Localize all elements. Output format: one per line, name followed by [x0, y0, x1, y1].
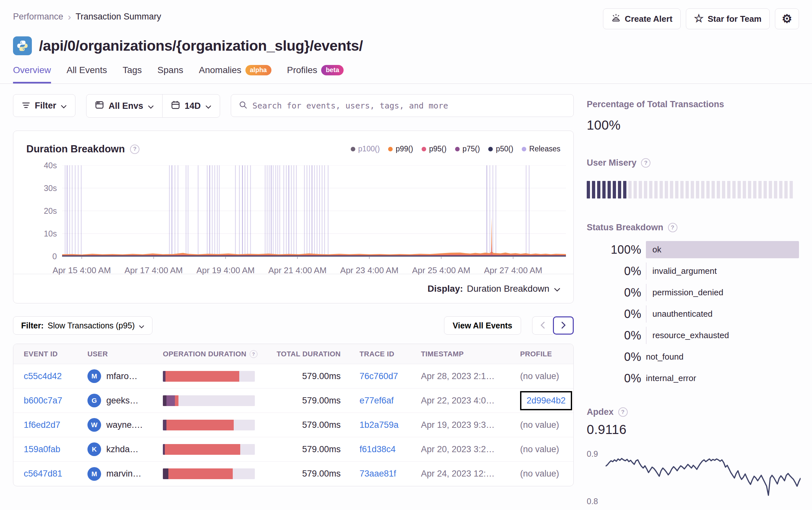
tab-profiles[interactable]: Profilesbeta: [287, 65, 344, 84]
star-for-team-label: Star for Team: [708, 14, 762, 24]
status-bar-rule: [646, 284, 646, 301]
legend-item-p100[interactable]: p100(): [351, 145, 380, 153]
help-icon[interactable]: ?: [250, 350, 257, 358]
p99-series: [62, 217, 566, 256]
tabs: OverviewAll EventsTagsSpansAnomaliesalph…: [13, 65, 799, 84]
help-icon[interactable]: ?: [668, 223, 677, 232]
user-name: geeks…: [106, 396, 139, 406]
tab-tags[interactable]: Tags: [122, 65, 142, 84]
status-bar[interactable]: ok: [646, 241, 799, 258]
chevron-down-icon: [148, 101, 154, 111]
date-range-selector[interactable]: 14D: [163, 94, 220, 117]
misery-tick: [597, 181, 600, 199]
misery-tick: [712, 181, 715, 199]
profile-cell: (no value): [520, 444, 563, 454]
x-axis-label: Apr 27 4:00 AM: [484, 265, 542, 275]
misery-tick: [769, 181, 772, 199]
trace-id-link[interactable]: e77ef6af: [359, 396, 421, 406]
event-id-link[interactable]: c55c4d42: [24, 371, 87, 381]
misery-tick: [680, 181, 684, 199]
table-header: EVENT IDUSEROPERATION DURATION?TOTAL DUR…: [13, 344, 573, 364]
search-input[interactable]: [253, 101, 566, 111]
tab-anomalies[interactable]: Anomaliesalpha: [199, 65, 271, 84]
avatar: K: [87, 443, 101, 456]
status-row-invalid-argument: 0%invalid_argument: [587, 263, 799, 280]
environment-selector[interactable]: All Envs: [86, 94, 162, 117]
create-alert-label: Create Alert: [625, 14, 672, 24]
status-percent: 0%: [587, 286, 641, 300]
help-icon[interactable]: ?: [618, 407, 628, 417]
profile-no-value: (no value): [520, 444, 559, 454]
filter-label: Filter: [35, 101, 56, 111]
search-bar[interactable]: [231, 94, 574, 117]
event-id-link[interactable]: b600c7a7: [24, 396, 87, 406]
duration-chart[interactable]: 40s30s20s10s0Apr 15 4:00 AMApr 17 4:00 A…: [62, 166, 566, 259]
legend-dot-icon: [422, 147, 426, 151]
create-alert-button[interactable]: Create Alert: [603, 8, 680, 29]
next-page-button[interactable]: [553, 317, 574, 335]
legend-item-releases[interactable]: Releases: [522, 145, 560, 153]
table-row: c5647d81Mmarvin…579.00ms73aae81fApr 24, …: [13, 461, 573, 486]
user-cell: Ggeeks…: [87, 394, 163, 407]
apdex-axis-bottom: 0.8: [587, 497, 598, 506]
user-name: kzhda…: [106, 444, 139, 454]
event-id-link[interactable]: 159a0fab: [24, 444, 87, 454]
column-header-total-duration[interactable]: TOTAL DURATION: [275, 350, 359, 358]
column-header-operation-duration[interactable]: OPERATION DURATION?: [163, 350, 275, 358]
trace-id-link[interactable]: 73aae81f: [359, 469, 421, 479]
column-header-profile[interactable]: PROFILE: [520, 350, 563, 358]
display-selector[interactable]: Duration Breakdown: [467, 283, 560, 294]
misery-tick: [618, 181, 621, 199]
event-id-link[interactable]: c5647d81: [24, 469, 87, 479]
column-header-event-id[interactable]: EVENT ID: [24, 350, 87, 358]
transactions-filter-dropdown[interactable]: Filter: Slow Transactions (p95): [13, 317, 152, 335]
breadcrumb-performance[interactable]: Performance: [13, 12, 63, 22]
legend-dot-icon: [522, 147, 526, 151]
legend-item-p95[interactable]: p95(): [422, 145, 446, 153]
status-row-resource-exhausted: 0%resource_exhausted: [587, 327, 799, 344]
column-header-timestamp[interactable]: TIMESTAMP: [421, 350, 520, 358]
legend-item-p75[interactable]: p75(): [455, 145, 480, 153]
column-header-user[interactable]: USER: [87, 350, 163, 358]
search-icon: [239, 101, 248, 111]
tab-label: Profiles: [287, 65, 317, 76]
legend-dot-icon: [351, 147, 355, 151]
tab-overview[interactable]: Overview: [13, 65, 51, 84]
apdex-axis-top: 0.9: [587, 449, 598, 459]
misery-tick: [774, 181, 777, 199]
view-all-events-button[interactable]: View All Events: [444, 317, 521, 335]
chart-title: Duration Breakdown: [26, 143, 125, 155]
misery-tick: [644, 181, 647, 199]
misery-tick: [727, 181, 730, 199]
transactions-filter-value: Slow Transactions (p95): [48, 321, 135, 330]
previous-page-button[interactable]: [532, 317, 553, 335]
beta-badge: beta: [321, 65, 344, 76]
apdex-line: [606, 458, 801, 495]
trace-id-link[interactable]: 1b2a759a: [359, 420, 421, 430]
status-bar-rule: [646, 327, 646, 344]
column-header-trace-id[interactable]: TRACE ID: [359, 350, 421, 358]
trace-id-link[interactable]: f61d38c4: [359, 444, 421, 454]
legend-item-p99[interactable]: p99(): [388, 145, 413, 153]
apdex-sparkline: 0.9 0.8: [587, 449, 799, 510]
event-id-link[interactable]: 1f6ed2d7: [24, 420, 87, 430]
settings-button[interactable]: ⚙: [775, 8, 799, 29]
operation-duration-bar: [163, 444, 255, 455]
x-axis-label: Apr 15 4:00 AM: [53, 265, 111, 275]
total-duration: 579.00ms: [275, 469, 359, 479]
trace-id-link[interactable]: 76c760d7: [359, 371, 421, 381]
profile-link[interactable]: 2d99e4b2: [527, 396, 566, 406]
help-icon[interactable]: ?: [641, 158, 650, 168]
tab-all-events[interactable]: All Events: [67, 65, 107, 84]
status-percent: 0%: [587, 307, 641, 321]
legend-item-p50[interactable]: p50(): [488, 145, 513, 153]
display-label: Display:: [428, 283, 463, 294]
chevron-right-icon: [561, 322, 566, 330]
filter-dropdown-button[interactable]: Filter: [13, 94, 76, 117]
help-icon[interactable]: ?: [130, 145, 140, 154]
tab-spans[interactable]: Spans: [157, 65, 183, 84]
content: Filter: [0, 84, 812, 510]
breadcrumb-current: Transaction Summary: [76, 12, 161, 22]
star-for-team-button[interactable]: ☆ Star for Team: [686, 8, 770, 29]
top-actions: Create Alert ☆ Star for Team ⚙: [603, 8, 799, 29]
